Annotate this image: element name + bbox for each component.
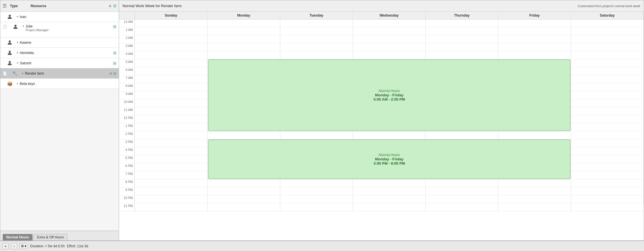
resource-row-ivan[interactable]: • Ivan — [0, 12, 119, 22]
col-header-icons: ≡ ⊞ — [109, 3, 116, 8]
cell-day5-slot15 — [498, 140, 571, 148]
cell-day5-slot3 — [498, 43, 571, 51]
kwame-bullet: • — [17, 41, 18, 45]
cell-day3-slot2 — [353, 35, 426, 43]
time-grid-wrapper: 12 AM1 AM2 AM3 AM4 AM5 AM6 AM7 AM8 AM9 A… — [119, 19, 644, 212]
cell-day4-slot3 — [426, 43, 498, 51]
cell-day5-slot2 — [498, 35, 571, 43]
cell-day0-slot10 — [135, 99, 208, 107]
cell-day4-slot10 — [426, 99, 498, 107]
cell-day1-slot0 — [208, 19, 280, 27]
cell-day6-slot16 — [571, 148, 644, 156]
cell-day5-slot9 — [498, 91, 571, 99]
time-label-2: 2 AM — [119, 35, 135, 43]
cell-day3-slot16 — [353, 148, 426, 156]
satoshi-type-icon — [3, 61, 17, 66]
time-col-header — [119, 12, 135, 19]
cell-day4-slot13 — [426, 123, 498, 132]
cell-day2-slot18 — [280, 164, 353, 172]
resource-row-henrietta[interactable]: • Henrietta ⊞ — [0, 48, 119, 58]
grid-view-icon[interactable]: ⊞ — [113, 3, 116, 8]
cell-day4-slot8 — [426, 83, 498, 91]
cell-day4-slot11 — [426, 107, 498, 115]
cell-day0-slot19 — [135, 172, 208, 180]
cell-day6-slot8 — [571, 83, 644, 91]
satoshi-name: Satoshi — [20, 61, 113, 65]
cell-day4-slot19 — [426, 172, 498, 180]
cell-day2-slot2 — [280, 35, 353, 43]
svg-point-1 — [15, 25, 17, 27]
cell-day1-slot6 — [208, 67, 280, 75]
cell-day4-slot9 — [426, 91, 498, 99]
thursday-header: Thursday — [426, 12, 498, 19]
time-label-11: 11 AM — [119, 107, 135, 115]
day-headers: Sunday Monday Tuesday Wednesday Thursday… — [119, 12, 644, 19]
cell-day6-slot6 — [571, 67, 644, 75]
cell-day5-slot21 — [498, 188, 571, 196]
cell-day3-slot19 — [353, 172, 426, 180]
list-toggle-icon[interactable]: ☰ — [3, 3, 7, 9]
cell-day5-slot4 — [498, 51, 571, 59]
cell-day5-slot18 — [498, 164, 571, 172]
time-label-10: 10 AM — [119, 99, 135, 107]
cell-day1-slot13 — [208, 123, 280, 132]
time-label-1: 1 AM — [119, 27, 135, 35]
resource-row-beta-keys[interactable]: 📦 • Beta keys — [0, 79, 119, 89]
cell-day0-slot1 — [135, 27, 208, 35]
cell-day2-slot8 — [280, 83, 353, 91]
list-view-icon[interactable]: ≡ — [109, 3, 111, 8]
julie-doc-icon: 📄 — [3, 25, 7, 29]
add-button[interactable]: + — [2, 243, 9, 249]
resource-row-render-farm[interactable]: 📄 🔧 • Render farm ≡ ⊞ — [0, 68, 119, 79]
left-panel: ☰ Type Resource ≡ ⊞ • Ivan — [0, 0, 119, 240]
julie-name-block: Julie Project Manager — [25, 24, 49, 32]
cell-day6-slot18 — [571, 164, 644, 172]
tab-extra-off-hours[interactable]: Extra & Off Hours — [33, 234, 68, 240]
resource-row-satoshi[interactable]: • Satoshi ⊞ — [0, 58, 119, 68]
resource-list: • Ivan 📄 • Julie Project M — [0, 12, 119, 231]
beta-keys-type-icon: 📦 — [3, 81, 17, 86]
cell-day5-slot14 — [498, 132, 571, 140]
remove-button[interactable]: − — [11, 243, 17, 249]
cell-day2-slot23 — [280, 204, 353, 212]
time-label-21: 9 PM — [119, 188, 135, 196]
cell-day0-slot18 — [135, 164, 208, 172]
wednesday-header: Wednesday — [353, 12, 426, 19]
cell-day0-slot11 — [135, 107, 208, 115]
cell-day2-slot14 — [280, 132, 353, 140]
cell-day2-slot0 — [280, 19, 353, 27]
resource-row-julie[interactable]: 📄 • Julie Project Manager ⊞ — [0, 22, 119, 37]
tab-normal-hours[interactable]: Normal Hours — [3, 234, 33, 240]
calendar-container[interactable]: Sunday Monday Tuesday Wednesday Thursday… — [119, 12, 644, 240]
render-farm-grid-icon: ⊞ — [113, 71, 116, 76]
cell-day6-slot20 — [571, 180, 644, 188]
time-label-7: 7 AM — [119, 75, 135, 83]
effort-text: Effort: 11w 3d — [67, 244, 88, 248]
cell-day3-slot18 — [353, 164, 426, 172]
cell-day6-slot23 — [571, 204, 644, 212]
cell-day4-slot2 — [426, 35, 498, 43]
cell-day0-slot9 — [135, 91, 208, 99]
cell-day2-slot9 — [280, 91, 353, 99]
svg-point-4 — [9, 61, 11, 63]
cell-day2-slot12 — [280, 115, 353, 123]
cell-day0-slot2 — [135, 35, 208, 43]
time-label-4: 4 AM — [119, 51, 135, 59]
cell-day1-slot7 — [208, 75, 280, 83]
cell-day1-slot14 — [208, 132, 280, 140]
cell-day4-slot21 — [426, 188, 498, 196]
henrietta-grid-icon: ⊞ — [113, 51, 116, 55]
time-label-9: 9 AM — [119, 91, 135, 99]
time-label-6: 6 AM — [119, 67, 135, 75]
status-bar: + − ⚙ ▾ Duration: < 5w 4d 6.5h Effort: 1… — [0, 241, 644, 251]
gear-button[interactable]: ⚙ ▾ — [19, 243, 28, 249]
cell-day6-slot2 — [571, 35, 644, 43]
resource-row-kwame[interactable]: • Kwame — [0, 37, 119, 48]
cell-day4-slot23 — [426, 204, 498, 212]
cell-day3-slot17 — [353, 156, 426, 164]
cell-day0-slot14 — [135, 132, 208, 140]
satoshi-bullet: • — [17, 61, 18, 65]
cell-day5-slot0 — [498, 19, 571, 27]
kwame-type-icon — [3, 40, 17, 45]
cell-day6-slot11 — [571, 107, 644, 115]
